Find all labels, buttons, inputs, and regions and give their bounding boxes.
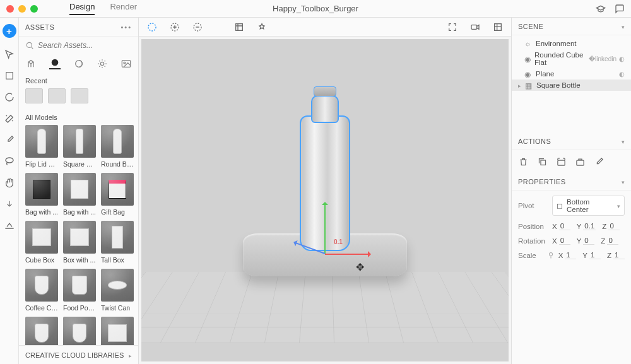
lights-tab-icon[interactable] <box>97 58 108 69</box>
duplicate-icon[interactable] <box>537 156 547 167</box>
viewport-column: 0.1 ✥ <box>139 18 511 364</box>
scene-item-environment[interactable]: ☼ Environment <box>512 38 631 49</box>
rotate-tool-icon[interactable] <box>4 92 15 102</box>
assets-title: ASSETS <box>25 23 54 31</box>
model-item[interactable]: Cube Box <box>25 221 58 264</box>
add-selection-icon[interactable] <box>169 21 180 33</box>
model-item[interactable] <box>25 317 58 345</box>
scene-item-rounded-cube[interactable]: ◉ Rounded Cube Flat �linkedin◐ <box>512 49 631 68</box>
wand-tool-icon[interactable] <box>4 114 15 124</box>
model-grid: Flip Lid B... Square B... Round Bo... Ba… <box>19 125 138 345</box>
search-input[interactable] <box>38 41 133 50</box>
close-window-button[interactable] <box>6 5 14 13</box>
ungroup-icon[interactable] <box>575 156 585 167</box>
chevron-down-icon[interactable] <box>622 23 625 30</box>
model-item[interactable]: Round Bo... <box>101 125 134 168</box>
gizmo-x-axis[interactable] <box>325 254 369 255</box>
hand-tool-icon[interactable] <box>4 178 15 188</box>
model-item[interactable]: Gift Bag <box>101 173 134 216</box>
delete-icon[interactable] <box>518 156 528 167</box>
recent-label: Recent <box>19 72 138 88</box>
link-icon[interactable]: �linkedin <box>589 56 616 62</box>
chevron-down-icon[interactable] <box>622 178 625 185</box>
position-y-input[interactable]: 0.1 <box>583 222 596 230</box>
models-tab-icon[interactable] <box>25 58 37 69</box>
titlebar: Design Render Happy_Toolbox_Burger <box>0 0 631 18</box>
model-item[interactable]: Coffee Cup <box>25 269 58 312</box>
rotation-y-input[interactable]: 0 <box>583 237 594 245</box>
model-item[interactable]: Square B... <box>63 125 96 168</box>
scene-item-square-bottle[interactable]: ▦ Square Bottle <box>512 79 631 91</box>
add-button[interactable]: + <box>3 24 16 38</box>
model-item[interactable]: Twist Can <box>101 269 134 312</box>
visibility-icon[interactable]: ◐ <box>619 71 625 78</box>
scene-list: ☼ Environment ◉ Rounded Cube Flat �linke… <box>512 35 631 93</box>
marquee-select-icon[interactable] <box>146 21 158 33</box>
ground-tool-icon[interactable] <box>4 221 15 231</box>
right-panels: SCENE ☼ Environment ◉ Rounded Cube Flat … <box>511 18 631 364</box>
model-item[interactable] <box>101 317 134 345</box>
model-item[interactable]: Bag with ... <box>63 173 96 216</box>
lasso-tool-icon[interactable] <box>4 156 15 167</box>
scale-y-input[interactable]: 1 <box>589 251 601 259</box>
feedback-icon[interactable] <box>615 4 625 14</box>
expand-icon[interactable] <box>518 81 521 89</box>
search-icon <box>25 40 34 50</box>
cc-libraries-label[interactable]: CREATIVE CLOUD LIBRARIES <box>25 351 124 359</box>
position-z-input[interactable]: 0 <box>608 222 620 230</box>
svg-rect-15 <box>557 160 564 165</box>
tab-render[interactable]: Render <box>110 2 137 15</box>
select-tool-icon[interactable] <box>4 49 15 59</box>
drop-tool-icon[interactable] <box>4 199 15 209</box>
render-settings-icon[interactable] <box>492 21 504 33</box>
model-item[interactable]: Tall Box <box>101 221 134 264</box>
assets-menu-icon[interactable]: ••• <box>121 23 132 31</box>
scale-label: Scale <box>518 252 543 259</box>
rotation-z-input[interactable]: 0 <box>607 237 618 245</box>
tab-design[interactable]: Design <box>69 2 95 15</box>
learn-icon[interactable] <box>596 4 606 14</box>
folder-icon: ▦ <box>525 81 533 89</box>
scene-item-plane[interactable]: ◉ Plane ◐ <box>512 68 631 79</box>
link-scale-icon[interactable]: ⚲ <box>548 251 553 259</box>
maximize-window-button[interactable] <box>30 5 38 13</box>
position-x-input[interactable]: 0 <box>559 222 570 230</box>
subtract-selection-icon[interactable] <box>192 21 203 33</box>
fullscreen-icon[interactable] <box>447 21 458 33</box>
camera-bookmark-icon[interactable] <box>469 21 481 33</box>
model-item[interactable]: Bag with ... <box>25 173 58 216</box>
chevron-down-icon <box>617 202 620 209</box>
viewport-3d[interactable]: 0.1 ✥ <box>141 39 509 361</box>
sample-icon[interactable] <box>594 156 604 167</box>
viewport-toolbar <box>139 18 511 37</box>
visibility-icon[interactable]: ◐ <box>619 56 625 62</box>
svg-rect-16 <box>576 160 583 165</box>
model-item[interactable]: Flip Lid B... <box>25 125 58 168</box>
recent-thumb[interactable] <box>71 88 88 103</box>
scene-panel-title: SCENE <box>518 23 543 30</box>
eyedropper-tool-icon[interactable] <box>4 135 15 145</box>
pivot-label: Pivot <box>518 202 547 209</box>
materials-tab-icon[interactable] <box>49 58 61 69</box>
effects-icon[interactable] <box>256 21 268 33</box>
rotation-x-input[interactable]: 0 <box>559 237 570 245</box>
group-icon[interactable] <box>556 156 566 167</box>
chevron-down-icon[interactable] <box>622 138 625 145</box>
model-item[interactable]: Box with ... <box>63 221 96 264</box>
svg-point-3 <box>51 59 58 66</box>
decals-tab-icon[interactable] <box>73 58 85 69</box>
model-item[interactable] <box>63 317 96 345</box>
minimize-window-button[interactable] <box>18 5 26 13</box>
model-item[interactable]: Food Pou... <box>63 269 96 312</box>
chevron-right-icon[interactable] <box>129 351 132 359</box>
scale-z-input[interactable]: 1 <box>613 251 625 259</box>
frame-tool-icon[interactable] <box>4 71 15 81</box>
gizmo-y-axis[interactable] <box>324 204 326 254</box>
recent-thumb[interactable] <box>48 88 66 103</box>
scale-x-input[interactable]: 1 <box>565 251 576 259</box>
snap-icon[interactable] <box>233 21 245 33</box>
recent-thumb[interactable] <box>25 88 43 103</box>
pivot-select[interactable]: ◻Bottom Center <box>552 196 625 216</box>
svg-rect-12 <box>471 25 477 29</box>
images-tab-icon[interactable] <box>121 58 132 69</box>
